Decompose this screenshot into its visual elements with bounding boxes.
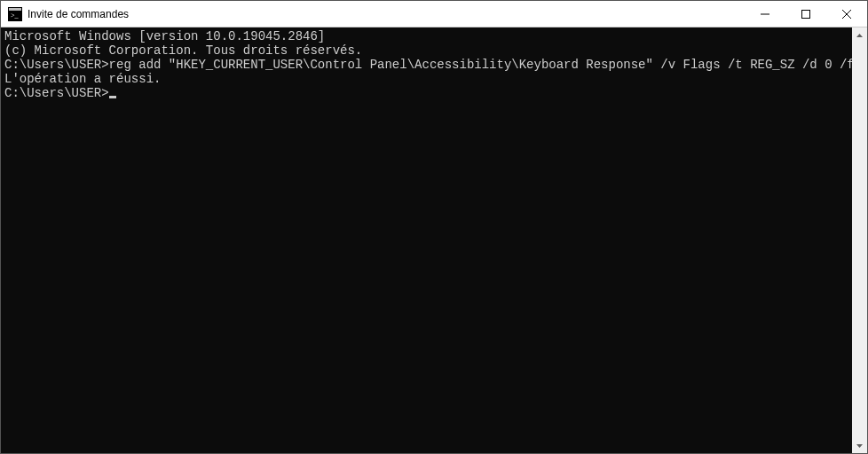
chevron-down-icon [856,444,863,448]
maximize-button[interactable] [785,1,826,27]
close-button[interactable] [826,1,867,27]
minimize-button[interactable] [745,1,785,27]
titlebar[interactable]: >_ Invite de commandes [1,1,867,27]
scroll-down-button[interactable] [852,438,867,453]
minimize-icon [761,10,769,19]
terminal-output[interactable]: Microsoft Windows [version 10.0.19045.28… [1,27,852,453]
command-prompt-window: >_ Invite de commandes Microsoft Windows… [0,0,868,454]
output-line: Microsoft Windows [version 10.0.19045.28… [4,29,848,43]
client-area: Microsoft Windows [version 10.0.19045.28… [1,27,867,453]
cursor [109,96,116,98]
close-icon [842,10,851,19]
output-line: (c) Microsoft Corporation. Tous droits r… [4,43,848,58]
window-title: Invite de commandes [28,8,129,20]
svg-marker-7 [856,34,863,37]
prompt-line: C:\Users\USER> [4,86,848,100]
output-line: L'opération a réussi. [4,72,848,86]
vertical-scrollbar[interactable] [852,27,867,453]
scroll-up-button[interactable] [852,27,867,43]
maximize-icon [801,10,810,19]
output-line: C:\Users\USER>reg add "HKEY_CURRENT_USER… [4,58,848,72]
svg-marker-8 [856,444,863,448]
svg-rect-1 [9,8,21,11]
cmd-icon: >_ [8,7,22,21]
svg-rect-4 [802,10,810,18]
chevron-up-icon [856,34,863,37]
prompt-text: C:\Users\USER> [4,86,109,100]
svg-text:>_: >_ [11,12,20,20]
